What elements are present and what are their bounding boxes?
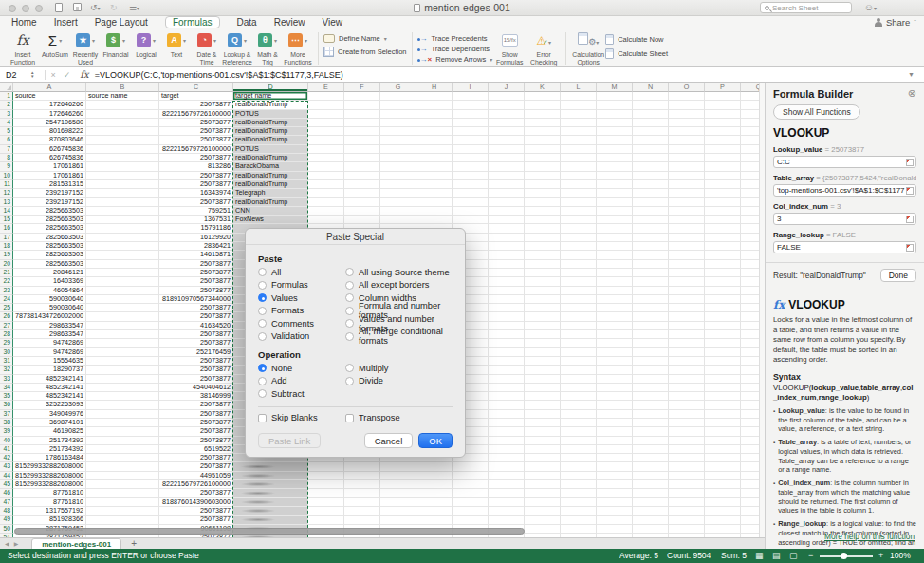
cell[interactable]: [705, 287, 741, 295]
cell[interactable]: 25073877: [159, 516, 233, 524]
cell[interactable]: [561, 145, 597, 154]
cell[interactable]: [344, 198, 380, 207]
math-trig-button[interactable]: θ▾Math &Trig: [252, 30, 283, 66]
cell[interactable]: [233, 516, 308, 524]
cell[interactable]: [308, 110, 344, 119]
cell[interactable]: 46190825: [13, 427, 86, 436]
range-selector-icon[interactable]: [906, 244, 914, 252]
lookup-reference-button[interactable]: Q▾Lookup &Reference: [222, 30, 252, 66]
cell[interactable]: 787381434726002000: [13, 312, 86, 321]
row-header[interactable]: 23: [0, 287, 13, 295]
cell[interactable]: [380, 136, 416, 144]
cell[interactable]: [525, 119, 561, 127]
row-header[interactable]: 38: [0, 419, 13, 427]
cell[interactable]: 2392197152: [13, 189, 86, 197]
cell[interactable]: 25073877: [159, 410, 233, 419]
cell[interactable]: [86, 119, 159, 127]
cell[interactable]: [86, 180, 159, 189]
cell[interactable]: [489, 462, 525, 471]
cell[interactable]: [86, 516, 159, 524]
column-header-N[interactable]: N: [633, 83, 669, 92]
cell[interactable]: [453, 127, 489, 136]
row-header[interactable]: 41: [0, 445, 13, 454]
cell[interactable]: [380, 145, 416, 154]
cell[interactable]: [633, 375, 669, 384]
cell[interactable]: [525, 384, 561, 392]
cell[interactable]: 41634520: [159, 322, 233, 330]
cell[interactable]: 251734392: [13, 445, 86, 454]
cell[interactable]: [525, 234, 561, 242]
column-header-G[interactable]: G: [380, 83, 416, 92]
cell[interactable]: realDonaldTrump: [233, 136, 308, 144]
cell[interactable]: [705, 251, 741, 259]
cell[interactable]: [489, 348, 525, 357]
cell[interactable]: 25073877: [159, 119, 233, 127]
insert-function-fx-icon[interactable]: fx: [80, 69, 88, 80]
cell[interactable]: [525, 207, 561, 216]
cell[interactable]: [741, 136, 759, 144]
cell[interactable]: [597, 145, 633, 154]
cell[interactable]: [489, 392, 525, 401]
cell[interactable]: [416, 216, 453, 224]
cell[interactable]: [453, 216, 489, 224]
cell[interactable]: [705, 260, 741, 269]
cell[interactable]: [705, 295, 741, 304]
cell[interactable]: [669, 172, 705, 180]
cell[interactable]: [233, 489, 308, 497]
cell[interactable]: [705, 454, 741, 462]
cell[interactable]: [741, 304, 759, 312]
cell[interactable]: [416, 516, 453, 524]
cell[interactable]: [86, 410, 159, 419]
cell[interactable]: [380, 180, 416, 189]
cell[interactable]: 4852342141: [13, 375, 86, 384]
cell[interactable]: [669, 489, 705, 497]
cell[interactable]: realDonaldTrump: [233, 127, 308, 136]
cell[interactable]: [308, 101, 344, 109]
cell[interactable]: [705, 234, 741, 242]
cell[interactable]: 25073877: [159, 366, 233, 374]
cell[interactable]: [741, 198, 759, 207]
paste-option-all-using-source-theme[interactable]: All using Source theme: [345, 266, 453, 279]
cell[interactable]: [489, 260, 525, 269]
cell[interactable]: [489, 312, 525, 321]
insert-function-button[interactable]: fxInsertFunction: [6, 30, 40, 66]
cell[interactable]: Telegraph: [233, 189, 308, 197]
cell[interactable]: [453, 507, 489, 516]
cell[interactable]: [489, 437, 525, 445]
cell[interactable]: [597, 525, 633, 534]
cell[interactable]: [705, 392, 741, 401]
formula-field-input[interactable]: C:C: [773, 156, 916, 168]
cell[interactable]: [86, 462, 159, 471]
cell[interactable]: [525, 304, 561, 312]
cell[interactable]: [705, 498, 741, 507]
cell[interactable]: [597, 287, 633, 295]
cell[interactable]: [416, 498, 453, 507]
name-box-stepper[interactable]: ▲▼: [30, 71, 34, 79]
column-header-O[interactable]: O: [669, 83, 705, 92]
row-header[interactable]: 48: [0, 507, 13, 516]
cell[interactable]: [669, 251, 705, 259]
row-header[interactable]: 31: [0, 357, 13, 366]
cell[interactable]: [489, 234, 525, 242]
cell[interactable]: [705, 136, 741, 144]
cell[interactable]: [669, 260, 705, 269]
cell[interactable]: [525, 454, 561, 462]
cell[interactable]: 2825663503: [13, 234, 86, 242]
cell[interactable]: [489, 454, 525, 462]
cell[interactable]: [561, 375, 597, 384]
ok-button[interactable]: OK: [418, 433, 453, 448]
cell[interactable]: 18290737: [13, 366, 86, 374]
cell[interactable]: [561, 172, 597, 180]
row-header[interactable]: 49: [0, 516, 13, 524]
cell[interactable]: [416, 162, 453, 171]
cell[interactable]: [489, 375, 525, 384]
cell[interactable]: [86, 287, 159, 295]
cell[interactable]: [525, 445, 561, 454]
cell[interactable]: realDonaldTrump: [233, 101, 308, 109]
cell[interactable]: [86, 507, 159, 516]
cell[interactable]: [705, 472, 741, 480]
row-header[interactable]: 19: [0, 251, 13, 259]
cell[interactable]: [633, 489, 669, 497]
cell[interactable]: [489, 339, 525, 347]
cell[interactable]: [705, 207, 741, 216]
